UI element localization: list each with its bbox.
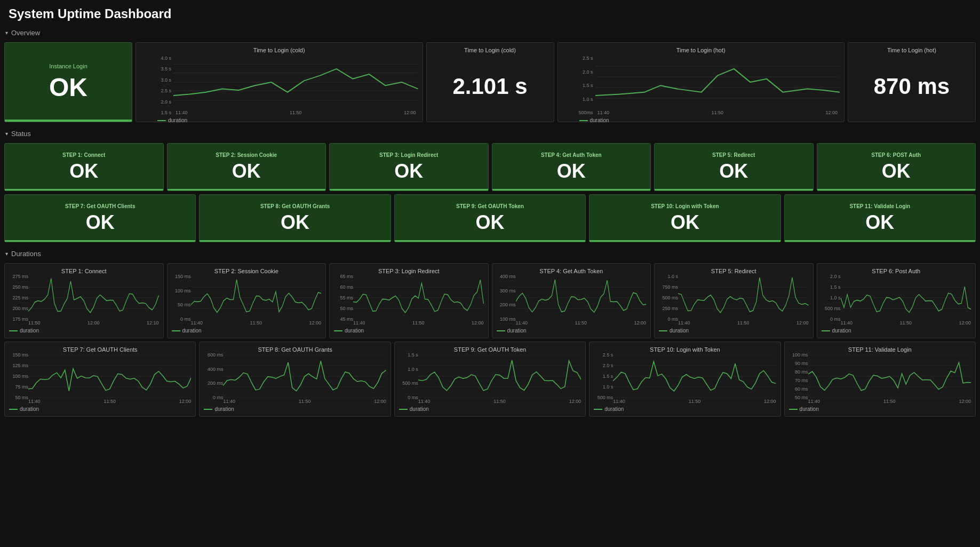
duration-legend: duration [9, 328, 159, 334]
duration-card: STEP 5: Redirect 1.0 s750 ms500 ms250 ms… [654, 263, 814, 338]
duration-card: STEP 7: Get OAUTH Clients 150 ms125 ms10… [4, 342, 196, 417]
duration-legend-label: duration [410, 406, 429, 412]
step-title: STEP 9: Get OAUTH Token [456, 203, 524, 209]
duration-legend-icon [172, 330, 180, 331]
duration-title: STEP 9: Get OAUTH Token [399, 346, 581, 353]
step-title: STEP 3: Login Redirect [379, 152, 438, 158]
duration-title: STEP 10: Login with Token [594, 346, 776, 353]
status-row2: STEP 7: Get OAUTH Clients OK STEP 8: Get… [4, 194, 976, 242]
step-title: STEP 7: Get OAUTH Clients [65, 203, 136, 209]
step-bar [200, 240, 390, 242]
duration-legend-label: duration [182, 328, 202, 334]
status-header[interactable]: ▾ Status [0, 126, 980, 141]
cold-chart-legend-icon [157, 120, 166, 121]
overview-header[interactable]: ▾ Overview [0, 26, 980, 40]
duration-legend-icon [9, 330, 18, 331]
durations-row2: STEP 7: Get OAUTH Clients 150 ms125 ms10… [4, 342, 976, 417]
time-to-login-hot-value-card: Time to Login (hot) 870 ms [848, 42, 976, 122]
step-card: STEP 11: Validate Login OK [784, 194, 976, 242]
duration-legend-label: duration [832, 328, 851, 334]
instance-login-status: OK [49, 73, 87, 102]
duration-legend-label: duration [20, 328, 39, 334]
step-card: STEP 2: Session Cookie OK [167, 143, 326, 191]
overview-grid: Instance Login OK Time to Login (cold) 4… [4, 42, 976, 122]
duration-legend-icon [594, 409, 602, 410]
hot-chart-legend-label: duration [590, 117, 609, 123]
step-card: STEP 8: Get OAUTH Grants OK [199, 194, 391, 242]
duration-card: STEP 4: Get Auth Token 400 ms300 ms200 m… [492, 263, 651, 338]
step-title: STEP 2: Session Cookie [216, 152, 277, 158]
duration-legend-icon [204, 409, 212, 410]
step-card: STEP 9: Get OAUTH Token OK [394, 194, 586, 242]
step-bar [589, 240, 780, 242]
durations-header[interactable]: ▾ Durations [0, 247, 980, 261]
time-to-login-cold-chart-card: Time to Login (cold) 4.0 s3.5 s3.0 s2.5 … [136, 42, 423, 122]
duration-legend: duration [172, 328, 322, 334]
duration-legend-icon [399, 409, 408, 410]
duration-legend-label: duration [800, 406, 819, 412]
step-card: STEP 10: Login with Token OK [589, 194, 780, 242]
duration-legend: duration [789, 406, 971, 412]
status-section: ▾ Status STEP 1: Connect OK STEP 2: Sess… [0, 126, 980, 247]
duration-legend-icon [497, 330, 505, 331]
overview-section: ▾ Overview Instance Login OK Time to Log… [0, 26, 980, 126]
step-status: OK [865, 211, 894, 234]
step-title: STEP 10: Login with Token [651, 203, 719, 209]
time-to-login-cold-value-card: Time to Login (cold) 2.101 s [426, 42, 554, 122]
duration-title: STEP 7: Get OAUTH Clients [9, 346, 191, 353]
step-bar [655, 189, 813, 191]
step-title: STEP 5: Redirect [712, 152, 755, 158]
duration-legend: duration [334, 328, 484, 334]
durations-row1: STEP 1: Connect 275 ms250 ms225 ms200 ms… [4, 263, 976, 338]
duration-legend-label: duration [507, 328, 527, 334]
duration-title: STEP 6: Post Auth [822, 268, 971, 274]
duration-legend: duration [399, 406, 581, 412]
step-status: OK [557, 160, 586, 183]
duration-card: STEP 9: Get OAUTH Token 1.5 s1.0 s500 ms… [394, 342, 586, 417]
step-status: OK [69, 160, 98, 183]
time-to-login-cold-chart-title: Time to Login (cold) [140, 47, 418, 53]
step-title: STEP 8: Get OAUTH Grants [260, 203, 330, 209]
duration-legend-icon [334, 330, 342, 331]
duration-title: STEP 3: Login Redirect [334, 268, 484, 274]
instance-login-card: Instance Login OK [4, 42, 132, 122]
step-title: STEP 1: Connect [62, 152, 105, 158]
time-to-login-hot-chart-title: Time to Login (hot) [562, 47, 840, 53]
duration-title: STEP 2: Session Cookie [172, 268, 322, 274]
step-status: OK [232, 160, 261, 183]
duration-card: STEP 3: Login Redirect 65 ms60 ms55 ms50… [329, 263, 489, 338]
duration-legend-icon [659, 330, 667, 331]
duration-legend: duration [9, 406, 191, 412]
duration-card: STEP 6: Post Auth 2.0 s1.5 s1.0 s500 ms0… [817, 263, 976, 338]
step-bar [330, 189, 488, 191]
duration-legend-label: duration [20, 406, 39, 412]
instance-login-title: Instance Login [49, 63, 87, 69]
duration-legend: duration [822, 328, 971, 334]
durations-chevron: ▾ [5, 251, 8, 257]
step-bar [817, 189, 976, 191]
duration-legend-icon [789, 409, 798, 410]
duration-legend-icon [822, 330, 830, 331]
duration-card: STEP 1: Connect 275 ms250 ms225 ms200 ms… [4, 263, 164, 338]
step-card: STEP 6: POST Auth OK [817, 143, 976, 191]
step-card: STEP 1: Connect OK [4, 143, 164, 191]
step-bar [492, 189, 651, 191]
duration-title: STEP 8: Get OAUTH Grants [204, 346, 386, 353]
step-status: OK [475, 211, 504, 234]
duration-card: STEP 10: Login with Token 2.5 s2.0 s1.5 … [589, 342, 780, 417]
step-bar [168, 189, 326, 191]
duration-legend-icon [9, 409, 18, 410]
durations-label: Durations [11, 250, 41, 258]
step-title: STEP 6: POST Auth [871, 152, 921, 158]
step-status: OK [86, 211, 115, 234]
step-bar [5, 189, 163, 191]
step-card: STEP 4: Get Auth Token OK [492, 143, 651, 191]
duration-card: STEP 8: Get OAUTH Grants 600 ms400 ms200… [199, 342, 391, 417]
duration-legend-label: duration [670, 328, 689, 334]
step-card: STEP 5: Redirect OK [654, 143, 814, 191]
step-card: STEP 3: Login Redirect OK [329, 143, 489, 191]
step-status: OK [281, 211, 309, 234]
time-to-login-hot-value: 870 ms [852, 56, 971, 117]
hot-chart-legend-icon [579, 120, 588, 121]
time-to-login-hot-chart-card: Time to Login (hot) 2.5 s2.0 s1.5 s1.0 s… [557, 42, 845, 122]
